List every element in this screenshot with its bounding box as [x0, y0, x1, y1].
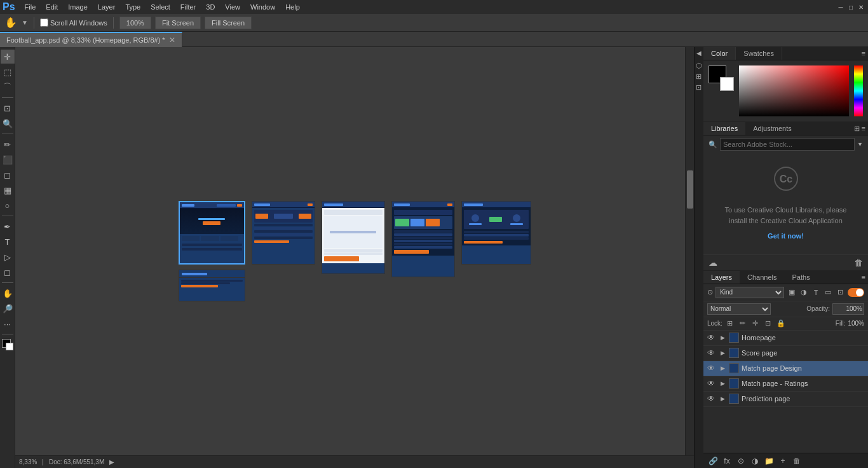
zoom-value[interactable]: 100%	[119, 17, 151, 29]
layer-match-ratings[interactable]: 👁 ▶ Match page - Ratings	[703, 376, 868, 392]
menu-view[interactable]: View	[220, 2, 245, 12]
layer-expand-match-design[interactable]: ▶	[719, 363, 726, 373]
menu-file[interactable]: File	[20, 2, 41, 12]
layer-match-design[interactable]: 👁 ▶ Match page Design	[703, 361, 868, 376]
screen-prediction[interactable]	[461, 201, 531, 265]
delete-layer-icon[interactable]: 🗑	[791, 455, 803, 467]
panel-icon-1[interactable]: ⬡	[696, 62, 702, 70]
color-panel-menu[interactable]: ≡	[862, 50, 865, 57]
layer-expand-score[interactable]: ▶	[719, 348, 726, 358]
layers-tab[interactable]: Layers	[703, 271, 740, 284]
select-tool[interactable]: ⬚	[1, 65, 15, 79]
libraries-dropdown-arrow[interactable]: ▼	[857, 141, 863, 148]
minimize-button[interactable]: ─	[836, 3, 845, 11]
add-fx-icon[interactable]: fx	[721, 455, 733, 467]
filter-type-icon[interactable]: T	[811, 287, 821, 298]
library-cloud-icon[interactable]: ☁	[709, 258, 717, 268]
menu-3d[interactable]: 3D	[201, 2, 219, 12]
panel-collapse-arrow[interactable]: ◀	[696, 50, 702, 57]
filter-shape-icon[interactable]: ▭	[823, 287, 833, 298]
foreground-background-swatch[interactable]	[709, 65, 734, 91]
filter-pixel-icon[interactable]: ▣	[787, 287, 797, 298]
gradient-tool[interactable]: ▦	[1, 183, 15, 197]
layer-score[interactable]: 👁 ▶ Score page	[703, 346, 868, 361]
libraries-search-input[interactable]	[720, 138, 855, 151]
hand-tool-button[interactable]: ✋	[4, 16, 18, 30]
new-group-icon[interactable]: 📁	[763, 455, 775, 467]
panel-icon-3[interactable]: ⊡	[696, 83, 702, 92]
filter-toggle[interactable]	[848, 288, 864, 297]
fit-screen-button[interactable]: Fit Screen	[155, 17, 201, 29]
blend-mode-dropdown[interactable]: Normal	[707, 303, 771, 315]
brush-tool[interactable]: ✏	[1, 137, 15, 151]
lock-all-icon[interactable]: 🔒	[776, 319, 786, 329]
color-spectrum[interactable]	[739, 65, 849, 116]
menu-select[interactable]: Select	[146, 2, 175, 12]
layer-vis-homepage[interactable]: 👁	[706, 333, 716, 343]
layer-prediction[interactable]: 👁 ▶ Prediction page	[703, 392, 868, 407]
channels-tab[interactable]: Channels	[740, 271, 784, 284]
library-delete-icon[interactable]: 🗑	[854, 258, 863, 268]
screen-match-ratings[interactable]	[391, 201, 455, 277]
layers-panel-menu[interactable]: ≡	[862, 273, 865, 281]
screen-match-design[interactable]	[322, 201, 385, 274]
layer-expand-prediction[interactable]: ▶	[719, 394, 726, 404]
foreground-bg-colors[interactable]	[1, 338, 15, 352]
eyedropper-tool[interactable]: 🔍	[1, 116, 15, 130]
library-grid-view[interactable]: ⊞	[854, 125, 860, 133]
hand-tool[interactable]: ✋	[1, 286, 15, 300]
color-tab[interactable]: Color	[703, 47, 736, 60]
swatches-tab[interactable]: Swatches	[736, 47, 782, 60]
menu-edit[interactable]: Edit	[41, 2, 62, 12]
layer-homepage[interactable]: 👁 ▶ Homepage	[703, 331, 868, 346]
lock-artboard-icon[interactable]: ⊡	[763, 319, 773, 329]
pen-tool[interactable]: ✒	[1, 219, 15, 233]
canvas-area[interactable]: ◀ ▶ 8,33% | Doc: 63,6M/551,3M ▶	[15, 47, 694, 468]
layer-vis-prediction[interactable]: 👁	[706, 394, 716, 404]
lock-move-icon[interactable]: ✛	[750, 319, 761, 329]
scroll-all-windows-label[interactable]: Scroll All Windows	[40, 18, 107, 27]
extra-tools[interactable]: ···	[1, 317, 15, 331]
layer-vis-match-ratings[interactable]: 👁	[706, 378, 716, 389]
paths-tab[interactable]: Paths	[785, 271, 818, 284]
filter-adj-icon[interactable]: ◑	[799, 287, 809, 298]
layer-vis-match-design[interactable]: 👁	[706, 363, 716, 373]
crop-tool[interactable]: ⊡	[1, 101, 15, 115]
document-tab[interactable]: Football_app.psd @ 8,33% (Homepage, RGB/…	[0, 32, 182, 47]
status-arrow[interactable]: ▶	[109, 458, 114, 465]
stamp-tool[interactable]: ⬛	[1, 153, 15, 167]
filter-smart-icon[interactable]: ⊡	[835, 287, 845, 298]
close-button[interactable]: ✕	[857, 3, 865, 11]
new-layer-icon[interactable]: +	[777, 455, 789, 467]
path-select-tool[interactable]: ▷	[1, 250, 15, 264]
menu-help[interactable]: Help	[281, 2, 304, 12]
menu-type[interactable]: Type	[121, 2, 145, 12]
add-mask-icon[interactable]: ⊙	[735, 455, 747, 467]
libraries-tab[interactable]: Libraries	[703, 122, 745, 135]
lock-pixel-icon[interactable]: ✏	[738, 319, 748, 329]
fill-screen-button[interactable]: Fill Screen	[205, 17, 252, 29]
maximize-button[interactable]: □	[846, 3, 855, 11]
screen-homepage-2[interactable]	[179, 270, 245, 301]
menu-filter[interactable]: Filter	[176, 2, 200, 12]
screen-homepage[interactable]	[179, 201, 245, 265]
eraser-tool[interactable]: ◻	[1, 168, 15, 182]
dodge-tool[interactable]: ○	[1, 198, 15, 212]
lock-position-icon[interactable]: ⊞	[725, 319, 735, 329]
library-list-view[interactable]: ≡	[862, 125, 865, 132]
layer-expand-match-ratings[interactable]: ▶	[719, 378, 726, 389]
scroll-all-windows-checkbox[interactable]	[40, 18, 48, 27]
panel-icon-2[interactable]: ⊞	[696, 72, 702, 81]
type-tool[interactable]: T	[1, 235, 15, 249]
new-adj-icon[interactable]: ◑	[749, 455, 761, 467]
opacity-input[interactable]	[832, 303, 864, 315]
move-tool[interactable]: ✛	[1, 50, 15, 64]
menu-image[interactable]: Image	[64, 2, 92, 12]
layer-vis-score[interactable]: 👁	[706, 348, 716, 358]
filter-kind-dropdown[interactable]: Kind	[715, 287, 784, 298]
link-layers-icon[interactable]: 🔗	[707, 455, 719, 467]
menu-window[interactable]: Window	[246, 2, 280, 12]
vertical-scrollbar[interactable]	[685, 47, 694, 459]
tab-close-button[interactable]: ✕	[169, 36, 175, 45]
zoom-tool[interactable]: 🔎	[1, 301, 15, 315]
